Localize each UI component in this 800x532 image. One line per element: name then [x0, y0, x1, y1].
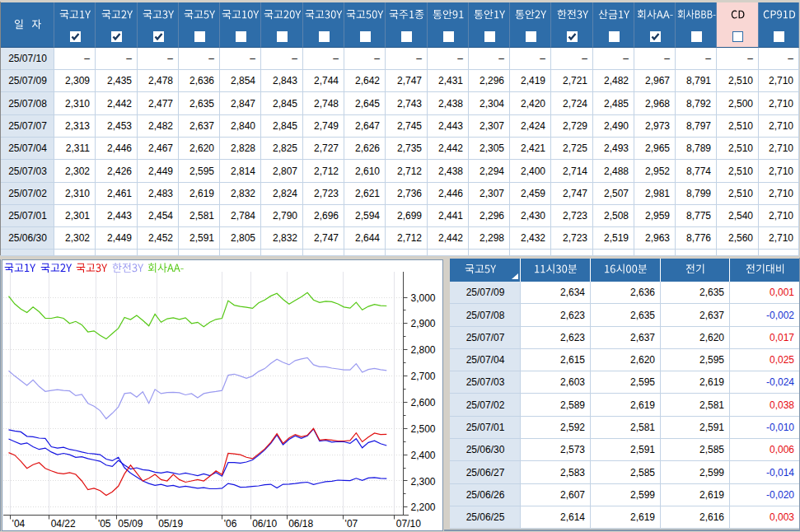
svg-text:3,000: 3,000: [411, 292, 436, 304]
svg-text:2,900: 2,900: [411, 318, 436, 329]
svg-text:2,200: 2,200: [411, 502, 436, 513]
svg-text:'05: '05: [98, 518, 111, 530]
svg-text:05/19: 05/19: [158, 518, 183, 530]
svg-text:2,600: 2,600: [411, 397, 436, 408]
svg-text:07/10: 07/10: [396, 518, 421, 530]
svg-text:04/22: 04/22: [51, 518, 76, 530]
svg-text:2,800: 2,800: [411, 344, 436, 356]
svg-text:'04: '04: [12, 518, 26, 530]
svg-text:2,300: 2,300: [411, 476, 436, 488]
svg-text:06/18: 06/18: [288, 518, 313, 530]
svg-text:'07: '07: [345, 518, 358, 530]
svg-text:2,400: 2,400: [411, 450, 436, 461]
svg-text:'06: '06: [224, 518, 237, 530]
svg-text:06/10: 06/10: [252, 518, 277, 530]
svg-text:2,700: 2,700: [411, 371, 436, 382]
svg-text:2,500: 2,500: [411, 423, 436, 435]
svg-text:05/09: 05/09: [118, 518, 143, 530]
